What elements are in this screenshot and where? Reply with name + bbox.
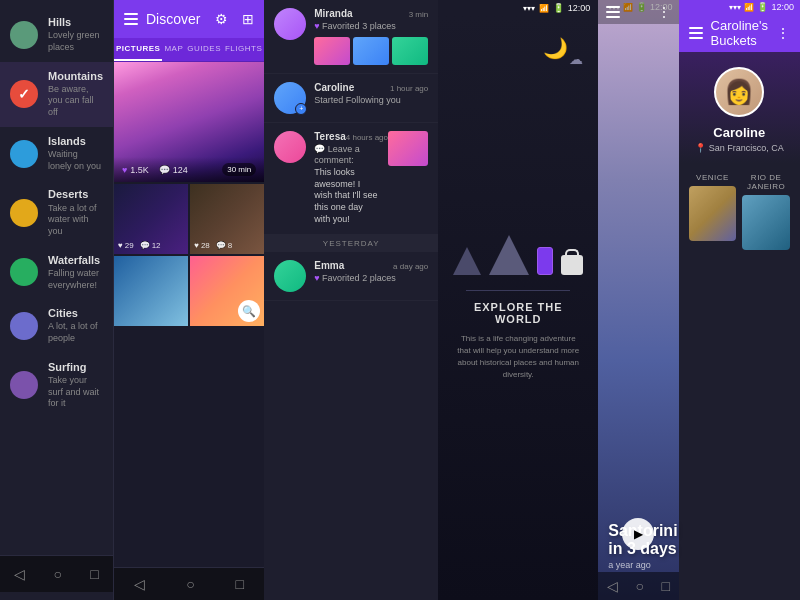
explore-title: EXPLORE THE WORLD	[453, 301, 583, 325]
cities-dot	[10, 312, 38, 340]
menu-line	[606, 6, 620, 8]
emma-content: Emma a day ago ♥ Favorited 2 places	[314, 260, 428, 292]
discover-title: Discover	[146, 11, 207, 27]
settings-icon[interactable]: ⚙	[215, 11, 228, 27]
category-item-hills[interactable]: Hills Lovely green places	[0, 8, 113, 62]
location-icon: 📍	[695, 143, 706, 153]
grid-image-1[interactable]: ♥ 29 💬 12	[114, 184, 188, 254]
buckets-header: Caroline's Buckets ⋮	[679, 14, 800, 52]
recents-button[interactable]	[90, 566, 98, 582]
teresa-time: 4 hours ago	[346, 133, 388, 142]
grid-image-3[interactable]	[114, 256, 188, 326]
caroline-time: 1 hour ago	[390, 84, 428, 93]
activity-caroline: + Caroline 1 hour ago Started Following …	[264, 74, 438, 123]
menu-line	[124, 13, 138, 15]
santorini-recents-button[interactable]	[661, 578, 669, 594]
mountains-name: Mountains	[48, 70, 103, 83]
heart-icon: ♥	[122, 165, 127, 175]
miranda-action: ♥ Favorited 3 places	[314, 21, 428, 33]
grid-comments-2: 💬 8	[216, 241, 232, 250]
large-mountain-icon	[489, 235, 529, 275]
emma-time: a day ago	[393, 262, 428, 271]
discover-home-button[interactable]	[186, 576, 194, 592]
menu-icon[interactable]	[124, 13, 138, 25]
venice-thumbnail[interactable]	[689, 186, 737, 241]
horizon-line	[466, 290, 570, 291]
play-button[interactable]: ▶	[622, 518, 654, 550]
main-image[interactable]: ♥ 1.5K 💬 124 30 min	[114, 62, 264, 182]
image-grid-row-1: ♥ 29 💬 12 ♥ 28 💬 8	[114, 184, 264, 254]
category-item-mountains[interactable]: Mountains Be aware, you can fall off	[0, 62, 113, 127]
discover-back-button[interactable]	[134, 576, 145, 592]
tab-map[interactable]: MAP	[162, 38, 185, 61]
cities-desc: A lot, a lot of people	[48, 321, 103, 344]
rio-thumbnail[interactable]	[742, 195, 790, 250]
buckets-signal-icon: ▾▾▾	[729, 3, 741, 12]
menu-line	[124, 18, 138, 20]
santorini-back-button[interactable]	[607, 578, 618, 594]
explore-illustration: 🌙 ☁ EXPLORE THE WORLD This is a life cha…	[438, 16, 598, 600]
explore-battery-icon: 🔋	[553, 3, 564, 13]
surfing-desc: Take your surf and wait for it	[48, 375, 103, 410]
explore-signal-icon: ▾▾▾	[523, 4, 535, 13]
deserts-dot	[10, 199, 38, 227]
surfing-text: Surfing Take your surf and wait for it	[48, 361, 103, 410]
discover-tabs: PICTURES MAP GUIDES FLIGHTS	[114, 38, 264, 62]
caroline-follow-badge: +	[295, 103, 307, 115]
discover-recents-button[interactable]	[235, 576, 243, 592]
santorini-menu-icon[interactable]	[606, 6, 620, 18]
santorini-panel: ▾▾▾ 📶 🔋 12:00 ⋮ Santorini in 3 days a ye…	[598, 0, 678, 600]
illustration-scene	[453, 235, 583, 275]
teresa-thumb	[388, 131, 428, 166]
categories-nav-bar	[0, 555, 113, 592]
caroline-content: Caroline 1 hour ago Started Following yo…	[314, 82, 428, 114]
miranda-name: Miranda	[314, 8, 352, 19]
tab-pictures[interactable]: PICTURES	[114, 38, 162, 61]
miranda-content: Miranda 3 min ♥ Favorited 3 places	[314, 8, 428, 65]
category-item-surfing[interactable]: Surfing Take your surf and wait for it	[0, 353, 113, 418]
category-item-deserts[interactable]: Deserts Take a lot of water with you	[0, 180, 113, 245]
menu-line	[689, 37, 703, 39]
hills-desc: Lovely green places	[48, 30, 103, 53]
activity-miranda: Miranda 3 min ♥ Favorited 3 places	[264, 0, 438, 74]
likes-stat: ♥ 1.5K	[122, 165, 149, 175]
grid-icon[interactable]: ⊞	[242, 11, 254, 27]
santorini-time-ago: a year ago	[608, 560, 678, 570]
tab-flights[interactable]: FLIGHTS	[223, 38, 264, 61]
teresa-thumb-container	[388, 131, 428, 226]
menu-line	[689, 32, 703, 34]
islands-name: Islands	[48, 135, 103, 148]
deserts-name: Deserts	[48, 188, 103, 201]
buckets-menu-icon[interactable]	[689, 27, 703, 39]
grid-stats-1: ♥ 29 💬 12	[118, 241, 161, 250]
category-item-cities[interactable]: Cities A lot, a lot of people	[0, 299, 113, 353]
hills-text: Hills Lovely green places	[48, 16, 103, 54]
santorini-home-button[interactable]	[635, 578, 643, 594]
grid-image-2[interactable]: ♥ 28 💬 8	[190, 184, 264, 254]
cities-text: Cities A lot, a lot of people	[48, 307, 103, 345]
bag-illustration	[561, 255, 583, 275]
back-button[interactable]	[14, 566, 25, 582]
menu-line	[606, 16, 620, 18]
menu-line	[124, 23, 138, 25]
explore-status-bar: ▾▾▾ 📶 🔋 12:00	[438, 0, 598, 16]
emma-name: Emma	[314, 260, 344, 271]
explore-wifi-icon: 📶	[539, 4, 549, 13]
home-button[interactable]	[54, 566, 62, 582]
miranda-thumbs	[314, 37, 428, 65]
caroline-profile-name: Caroline	[713, 125, 765, 140]
miranda-avatar-img	[274, 8, 306, 40]
explore-time: 12:00	[568, 3, 591, 13]
tab-guides[interactable]: GUIDES	[185, 38, 223, 61]
teresa-header: Teresa 4 hours ago	[314, 131, 380, 142]
surfing-name: Surfing	[48, 361, 103, 374]
category-item-waterfalls[interactable]: Waterfalls Falling water everywhere!	[0, 246, 113, 300]
buckets-time: 12:00	[771, 2, 794, 12]
category-item-islands[interactable]: Islands Waiting lonely on you	[0, 127, 113, 181]
buckets-title: Caroline's Buckets	[711, 18, 768, 48]
santorini-more-icon[interactable]: ⋮	[657, 4, 671, 20]
small-mountain-icon	[453, 247, 481, 275]
miranda-time: 3 min	[409, 10, 429, 19]
deserts-desc: Take a lot of water with you	[48, 203, 103, 238]
buckets-more-icon[interactable]: ⋮	[776, 25, 790, 41]
